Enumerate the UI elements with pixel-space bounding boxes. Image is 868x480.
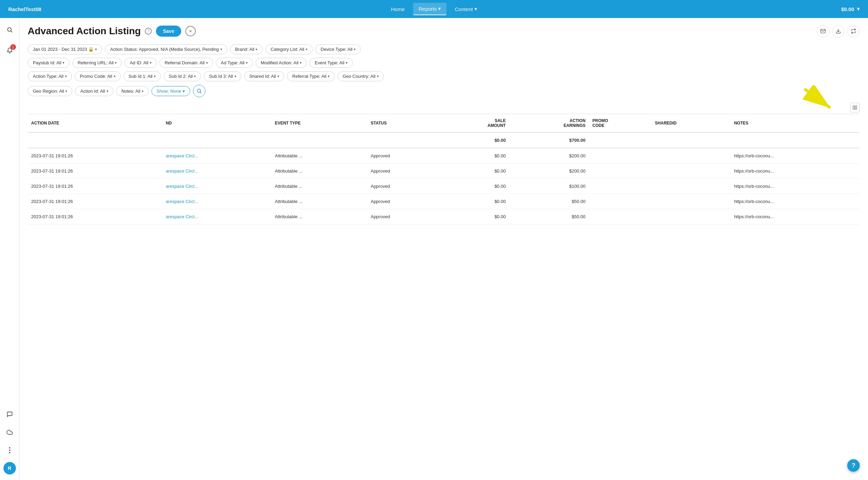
chevron-down-icon: ▾	[857, 6, 860, 12]
svg-rect-6	[855, 106, 857, 110]
chevron-down-icon: ▾	[63, 61, 64, 65]
referral-domain-filter[interactable]: Referral Domain: All ▾	[159, 58, 213, 68]
columns-toggle-button[interactable]	[850, 103, 860, 112]
sub-id-2-filter[interactable]: Sub Id 2: All ▾	[164, 71, 201, 81]
chevron-down-icon: ▾	[154, 74, 156, 78]
apply-search-button[interactable]	[193, 85, 205, 97]
chevron-down-icon: ▾	[142, 89, 144, 93]
brand-filter[interactable]: Brand: All ▾	[230, 44, 263, 54]
referral-type-filter[interactable]: Referral Type: All ▾	[287, 71, 335, 81]
table-row: 2023-07-31 19:01:26 arespace Circl... At…	[28, 179, 860, 194]
email-icon[interactable]	[817, 25, 829, 37]
chevron-down-icon: ▾	[194, 74, 196, 78]
help-icon[interactable]: ?	[145, 28, 152, 35]
col-sale-amount: SALEAMOUNT	[440, 114, 509, 133]
table-row: 2023-07-31 19:01:26 arespace Circl... At…	[28, 148, 860, 164]
table-section: ACTION DATE ND EVENT TYPE STATUS SALEAMO…	[28, 103, 860, 224]
action-status-filter[interactable]: Action Status: Approved, N/A (Media Sour…	[105, 44, 227, 54]
page-title: Advanced Action Listing	[28, 26, 141, 37]
data-table: ACTION DATE ND EVENT TYPE STATUS SALEAMO…	[28, 114, 860, 224]
download-icon[interactable]	[832, 25, 844, 37]
content-area: Advanced Action Listing ? Save ×	[19, 18, 868, 480]
chevron-down-icon: ▾	[65, 89, 67, 93]
chevron-down-icon: ▾	[150, 61, 151, 65]
nav-content[interactable]: Content ▾	[449, 3, 483, 15]
sub-id-3-filter[interactable]: Sub Id 3: All ▾	[204, 71, 241, 81]
ad-type-filter[interactable]: Ad Type: All ▾	[216, 58, 253, 68]
page-header: Advanced Action Listing ? Save ×	[28, 25, 860, 37]
shared-id-filter[interactable]: Shared Id: All ▾	[244, 71, 284, 81]
chevron-down-icon: ▾	[234, 74, 236, 78]
notes-filter[interactable]: Notes: All ▾	[116, 86, 149, 96]
chevron-down-icon: ▾	[183, 89, 185, 94]
more-options-icon[interactable]	[3, 444, 16, 456]
chevron-down-icon: ▾	[246, 61, 248, 65]
chevron-down-icon: ▾	[220, 47, 222, 51]
close-button[interactable]: ×	[185, 26, 196, 36]
col-sharedid: SHAREDID	[652, 114, 731, 133]
chevron-down-icon: ▾	[306, 47, 307, 51]
chevron-down-icon: ▾	[377, 74, 379, 78]
filter-row-3: Action Type: All ▾ Promo Code: All ▾ Sub…	[28, 71, 860, 81]
chevron-down-icon: ▾	[114, 74, 116, 78]
table-header: ACTION DATE ND EVENT TYPE STATUS SALEAMO…	[28, 114, 860, 133]
filter-section: Jan 01 2023 - Dec 31 2023 🔒 ▾ Action Sta…	[28, 44, 860, 97]
chevron-down-icon: ▾	[256, 47, 257, 51]
chevron-down-icon: ▾	[438, 6, 441, 12]
svg-line-1	[11, 31, 12, 32]
chevron-down-icon: ▾	[95, 47, 97, 51]
svg-rect-5	[853, 106, 855, 110]
action-type-filter[interactable]: Action Type: All ▾	[28, 71, 72, 81]
col-event-type: EVENT TYPE	[271, 114, 367, 133]
col-action-earnings: ACTIONEARNINGS	[509, 114, 589, 133]
avatar[interactable]: R	[3, 462, 16, 474]
chevron-down-icon: ▾	[115, 61, 117, 65]
geo-region-filter[interactable]: Geo Region: All ▾	[28, 86, 72, 96]
action-id-filter[interactable]: Action Id: All ▾	[75, 86, 113, 96]
nav-center: Home Reports ▾ Content ▾	[385, 3, 482, 15]
nav-balance[interactable]: $0.00 ▾	[841, 6, 860, 12]
notification-badge: 1	[10, 44, 16, 50]
chevron-down-icon: ▾	[206, 61, 208, 65]
table-row: 2023-07-31 19:01:26 arespace Circl... At…	[28, 209, 860, 224]
table-body: $0.00 $700.00 2023-07-31 19:01:26 arespa…	[28, 132, 860, 224]
cloud-icon[interactable]	[3, 426, 16, 439]
show-filter[interactable]: Show: None ▾	[151, 86, 190, 96]
chevron-down-icon: ▾	[65, 74, 67, 78]
referring-url-filter[interactable]: Referring URL: All ▾	[72, 58, 122, 68]
save-button[interactable]: Save	[156, 26, 181, 37]
sub-id-1-filter[interactable]: Sub Id 1: All ▾	[123, 71, 161, 81]
sidebar: 1 R	[0, 18, 19, 480]
brand-label[interactable]: RachelTest08	[8, 6, 41, 12]
col-notes: NOTES	[731, 114, 860, 133]
filter-row-4: Geo Region: All ▾ Action Id: All ▾ Notes…	[28, 85, 860, 97]
totals-row: $0.00 $700.00	[28, 132, 860, 148]
table-row: 2023-07-31 19:01:26 arespace Circl... At…	[28, 194, 860, 209]
table-row: 2023-07-31 19:01:26 arespace Circl... At…	[28, 164, 860, 179]
event-type-filter[interactable]: Event Type: All ▾	[310, 58, 353, 68]
device-type-filter[interactable]: Device Type: All ▾	[315, 44, 361, 54]
chevron-down-icon: ▾	[354, 47, 355, 51]
header-right-icons	[817, 25, 860, 37]
geo-country-filter[interactable]: Geo Country: All ▾	[338, 71, 384, 81]
chevron-down-icon: ▾	[328, 74, 330, 78]
category-list-filter[interactable]: Category List: All ▾	[265, 44, 313, 54]
help-bubble[interactable]: ?	[847, 459, 860, 472]
chevron-down-icon: ▾	[277, 74, 279, 78]
col-status: STATUS	[367, 114, 440, 133]
filter-row-1: Jan 01 2023 - Dec 31 2023 🔒 ▾ Action Sta…	[28, 44, 860, 54]
bell-icon[interactable]: 1	[3, 44, 16, 57]
chat-icon[interactable]	[3, 408, 16, 421]
share-icon[interactable]	[847, 25, 860, 37]
nav-reports[interactable]: Reports ▾	[413, 3, 446, 15]
nav-home[interactable]: Home	[385, 3, 410, 15]
date-range-filter[interactable]: Jan 01 2023 - Dec 31 2023 🔒 ▾	[28, 44, 102, 54]
search-icon[interactable]	[3, 24, 16, 36]
chevron-down-icon: ▾	[346, 61, 348, 65]
modified-action-filter[interactable]: Modified Action: All ▾	[256, 58, 307, 68]
ad-id-filter[interactable]: Ad ID: All ▾	[124, 58, 156, 68]
promo-code-filter[interactable]: Promo Code: All ▾	[75, 71, 121, 81]
main-layout: 1 R Advanced Action Listing ?	[0, 18, 868, 480]
chevron-down-icon: ▾	[474, 6, 477, 12]
paystub-filter[interactable]: Paystub Id: All ▾	[28, 58, 70, 68]
